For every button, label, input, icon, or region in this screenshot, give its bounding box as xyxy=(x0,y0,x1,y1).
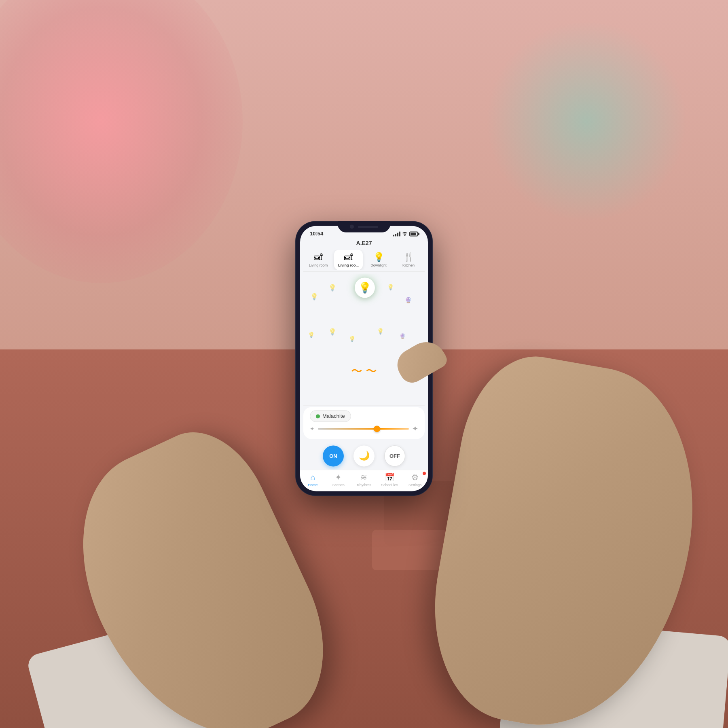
schedule-icon: 🌙 xyxy=(359,451,370,461)
off-button[interactable]: OFF xyxy=(384,445,405,466)
downlight-icon: 💡 xyxy=(373,252,384,262)
off-label: OFF xyxy=(389,453,400,459)
rhythm-wave-1[interactable]: 〜 xyxy=(351,364,362,379)
nav-rhythms[interactable]: ≋ Rhythms xyxy=(354,472,374,487)
bulb-1[interactable]: 💡 xyxy=(310,293,318,301)
teal-glow xyxy=(485,20,688,222)
rhythms-label: Rhythms xyxy=(357,483,371,487)
bulb-4-icon: 🔮 xyxy=(405,297,412,303)
scene-color-dot xyxy=(316,414,320,418)
tab-living-room-2[interactable]: 🛋 Living roo... xyxy=(334,250,363,270)
phone-device: 10:54 xyxy=(295,221,433,496)
schedules-label: Schedules xyxy=(381,483,398,487)
divider-2 xyxy=(303,405,425,405)
speaker xyxy=(358,226,378,228)
bulb-8-icon: 💡 xyxy=(377,328,384,334)
brightness-row: ✦ ✦ xyxy=(310,422,418,436)
settings-label: Settings xyxy=(408,483,422,487)
scenes-icon: ✦ xyxy=(335,472,342,482)
app-title: A.E27 xyxy=(300,238,428,250)
on-label: ON xyxy=(329,453,337,459)
tab-downlight[interactable]: 💡 Downlight xyxy=(364,250,393,270)
status-icons xyxy=(393,231,418,236)
app-scene: 10:54 xyxy=(0,0,728,728)
bulb-8[interactable]: 💡 xyxy=(377,328,384,334)
kitchen-icon: 🍴 xyxy=(403,252,414,262)
bulb-5-icon: 💡 xyxy=(308,332,315,339)
bulb-9[interactable]: 🔮 xyxy=(400,333,406,339)
active-bulb[interactable]: 💡 xyxy=(355,277,375,298)
bulb-9-icon: 🔮 xyxy=(400,333,406,339)
bulb-7-icon: 💡 xyxy=(349,336,356,342)
home-icon: ⌂ xyxy=(311,473,315,482)
nav-schedules[interactable]: 📅 Schedules xyxy=(379,472,400,487)
bulb-5[interactable]: 💡 xyxy=(308,332,315,339)
brightness-low-icon: ✦ xyxy=(310,425,315,432)
downlight-label: Downlight xyxy=(370,263,387,267)
tab-kitchen[interactable]: 🍴 Kitchen xyxy=(394,250,423,270)
nav-home[interactable]: ⌂ Home xyxy=(303,473,323,487)
bulb-6[interactable]: 💡 xyxy=(328,328,336,336)
bulb-3-icon: 💡 xyxy=(387,284,394,290)
room-tabs: 🛋 Living room 🛋 Living roo... 💡 Downligh… xyxy=(300,250,428,270)
bulb-3[interactable]: 💡 xyxy=(387,284,394,290)
scene-section: Malachite ✦ ✦ xyxy=(303,407,425,439)
scene-badge[interactable]: Malachite xyxy=(310,410,351,422)
status-time: 10:54 xyxy=(310,231,323,237)
nav-settings[interactable]: ⚙ Settings xyxy=(405,472,425,487)
rhythm-waves: 〜 〜 xyxy=(351,364,377,379)
signal-icon xyxy=(393,231,400,236)
bulb-7[interactable]: 💡 xyxy=(349,336,356,342)
living-room-2-icon: 🛋 xyxy=(344,252,353,262)
slider-thumb[interactable] xyxy=(374,425,380,432)
camera xyxy=(350,224,354,229)
brightness-slider[interactable] xyxy=(318,428,409,430)
bulb-2[interactable]: 💡 xyxy=(328,284,336,292)
living-room-2-label: Living roo... xyxy=(338,263,359,267)
light-grid: 💡 💡 💡 💡 🔮 xyxy=(300,273,428,403)
home-label: Home xyxy=(308,483,318,487)
living-room-1-icon: 🛋 xyxy=(314,252,323,262)
living-room-1-label: Living room xyxy=(309,263,328,267)
scenes-label: Scenes xyxy=(332,483,345,487)
settings-icon: ⚙ xyxy=(411,472,419,482)
rhythm-wave-2[interactable]: 〜 xyxy=(366,364,377,379)
wifi-icon xyxy=(402,231,408,236)
bottom-nav: ⌂ Home ✦ Scenes ≋ Rhythms 📅 Schedules xyxy=(300,470,428,491)
schedule-button[interactable]: 🌙 xyxy=(353,445,375,466)
rhythms-icon: ≋ xyxy=(360,472,367,482)
phone-notch xyxy=(338,221,390,232)
nav-scenes[interactable]: ✦ Scenes xyxy=(328,472,349,487)
schedules-icon: 📅 xyxy=(385,472,395,482)
brightness-high-icon: ✦ xyxy=(412,424,418,433)
kitchen-label: Kitchen xyxy=(402,263,415,267)
bulb-2-icon: 💡 xyxy=(328,284,336,292)
bulb-1-icon: 💡 xyxy=(310,293,318,301)
bulb-6-icon: 💡 xyxy=(328,328,336,336)
divider xyxy=(303,271,425,272)
bulb-4[interactable]: 🔮 xyxy=(405,297,412,303)
battery-icon xyxy=(409,231,418,236)
scene-name: Malachite xyxy=(322,413,345,419)
on-button[interactable]: ON xyxy=(323,445,344,466)
active-bulb-icon: 💡 xyxy=(358,281,371,294)
control-buttons: ON 🌙 OFF xyxy=(300,442,428,470)
tab-living-room-1[interactable]: 🛋 Living room xyxy=(304,250,332,270)
